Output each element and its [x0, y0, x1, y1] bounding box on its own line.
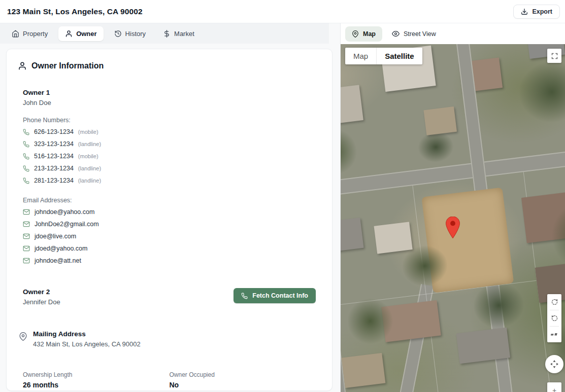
ownership-length-label: Ownership Length: [23, 371, 170, 378]
left-content: Owner Information Owner 1 John Doe Phone…: [0, 44, 340, 392]
phone-icon: [23, 177, 29, 184]
history-clock-icon: [114, 30, 122, 38]
phone-type: (landline): [78, 165, 101, 171]
toggle-street-view[interactable]: Street View: [385, 26, 443, 42]
map-panel: Map Street View: [340, 23, 565, 392]
map-rooftop: [342, 353, 386, 388]
download-icon: [521, 8, 528, 15]
tab-strip: Property Owner History: [0, 23, 329, 44]
tab-history[interactable]: History: [108, 26, 152, 41]
tilt-buildings-icon: [551, 331, 558, 338]
owner-information-card: Owner Information Owner 1 John Doe Phone…: [6, 49, 333, 391]
rotate-clockwise-button[interactable]: [547, 294, 561, 310]
map-type-control: Map Satellite: [345, 48, 422, 64]
property-location-marker[interactable]: [445, 217, 460, 241]
email-address: jdoe@live.com: [35, 233, 76, 240]
phone-type: (mobile): [78, 129, 98, 135]
main-body: Property Owner History: [0, 23, 565, 392]
export-button[interactable]: Export: [513, 5, 560, 19]
owner1-section: Owner 1 John Doe Phone Numbers: 626-123-…: [23, 89, 316, 267]
map-rooftop: [423, 106, 457, 135]
mailing-address-section: Mailing Address 432 Main St, Los Angeles…: [19, 330, 316, 348]
tab-owner[interactable]: Owner: [58, 26, 103, 41]
email-address: johndoe@att.net: [35, 257, 81, 264]
map-type-map-button[interactable]: Map: [345, 48, 376, 64]
phone-row: 323-123-1234 (landline): [23, 138, 316, 150]
fetch-contact-info-button[interactable]: Fetch Contact Info: [234, 288, 316, 303]
tab-owner-label: Owner: [76, 30, 96, 38]
toggle-map-view[interactable]: Map: [345, 26, 382, 42]
map-rooftop: [456, 328, 511, 364]
plus-icon: +: [552, 386, 556, 392]
map-rooftop: [374, 222, 413, 254]
phone-number: 281-123-1234: [34, 177, 74, 184]
map-type-map-label: Map: [353, 52, 368, 60]
map-view-toggle: Map Street View: [341, 23, 565, 44]
dollar-icon: [163, 30, 171, 38]
map-rooftop: [341, 218, 364, 253]
tab-market[interactable]: Market: [156, 26, 201, 41]
phone-type: (landline): [78, 177, 101, 184]
phone-number: 213-123-1234: [34, 165, 74, 172]
map-rooftop: [341, 85, 363, 125]
phone-row: 281-123-1234 (landline): [23, 174, 316, 187]
phone-icon: [23, 165, 29, 172]
owner1-label: Owner 1: [23, 89, 316, 96]
phone-row: 626-123-1234 (mobile): [23, 126, 316, 138]
phone-row: 213-123-1234 (landline): [23, 162, 316, 174]
rotate-clockwise-icon: [551, 298, 558, 306]
fullscreen-button[interactable]: [547, 49, 561, 63]
owner1-name: John Doe: [23, 99, 316, 106]
email-row: johndoe@yahoo.com: [23, 206, 316, 218]
pan-arrows-icon: [549, 359, 559, 369]
left-panel: Property Owner History: [0, 23, 340, 392]
owner-stats: Ownership Length 26 months Owner Occupie…: [23, 371, 316, 389]
mail-icon: [23, 221, 30, 228]
tilt-view-button[interactable]: [547, 327, 561, 342]
pan-control-button[interactable]: [545, 355, 563, 373]
owner-occupied-value: No: [170, 381, 316, 389]
map-tree: [341, 126, 359, 177]
home-icon: [12, 30, 19, 38]
toggle-map-view-label: Map: [363, 30, 376, 38]
ownership-length-value: 26 months: [23, 381, 170, 389]
phone-section-label: Phone Numbers:: [23, 117, 316, 124]
owner2-label: Owner 2: [23, 288, 60, 296]
property-app: 123 Main St, Los Angeles, CA 90002 Expor…: [0, 0, 565, 392]
email-row: jdoed@yahoo.com: [23, 242, 316, 255]
owner-occupied-label: Owner Occupied: [170, 371, 316, 378]
map-type-satellite-label: Satellite: [385, 52, 414, 60]
email-row: JohnDoe2@gmail.com: [23, 218, 316, 230]
phone-type: (mobile): [78, 153, 98, 159]
zoom-in-button[interactable]: +: [547, 382, 561, 392]
mail-icon: [23, 257, 30, 264]
eye-icon: [392, 30, 400, 38]
card-title-row: Owner Information: [18, 61, 321, 70]
phone-number: 516-123-1234: [34, 153, 74, 160]
email-address: johndoe@yahoo.com: [35, 208, 94, 216]
page-title: 123 Main St, Los Angeles, CA 90002: [7, 7, 143, 16]
person-icon: [65, 30, 73, 38]
toggle-street-view-label: Street View: [404, 30, 436, 38]
mailing-address-label: Mailing Address: [33, 330, 141, 338]
rotate-counterclockwise-icon: [551, 314, 558, 322]
tab-property[interactable]: Property: [5, 26, 54, 41]
map-tree: [416, 130, 455, 164]
satellite-map[interactable]: Map Satellite: [341, 44, 565, 392]
email-section-label: Email Addresses:: [23, 197, 316, 204]
map-type-satellite-button[interactable]: Satellite: [377, 48, 422, 64]
phone-number: 323-123-1234: [34, 140, 74, 148]
rotate-counterclockwise-button[interactable]: [547, 310, 561, 326]
map-rotate-controls: [547, 294, 561, 342]
mailing-address-value: 432 Main St, Los Angeles, CA 90002: [33, 340, 141, 348]
map-tree: [515, 58, 565, 126]
ownership-length-stat: Ownership Length 26 months: [23, 371, 170, 389]
phone-icon: [241, 293, 248, 299]
mailing-address-text: Mailing Address 432 Main St, Los Angeles…: [33, 330, 141, 348]
owner2-info: Owner 2 Jennifer Doe: [23, 288, 60, 306]
mail-icon: [23, 233, 30, 240]
owner-occupied-stat: Owner Occupied No: [170, 371, 316, 389]
email-address: JohnDoe2@gmail.com: [35, 221, 99, 228]
phone-type: (landline): [78, 141, 101, 147]
card-title: Owner Information: [31, 61, 104, 70]
